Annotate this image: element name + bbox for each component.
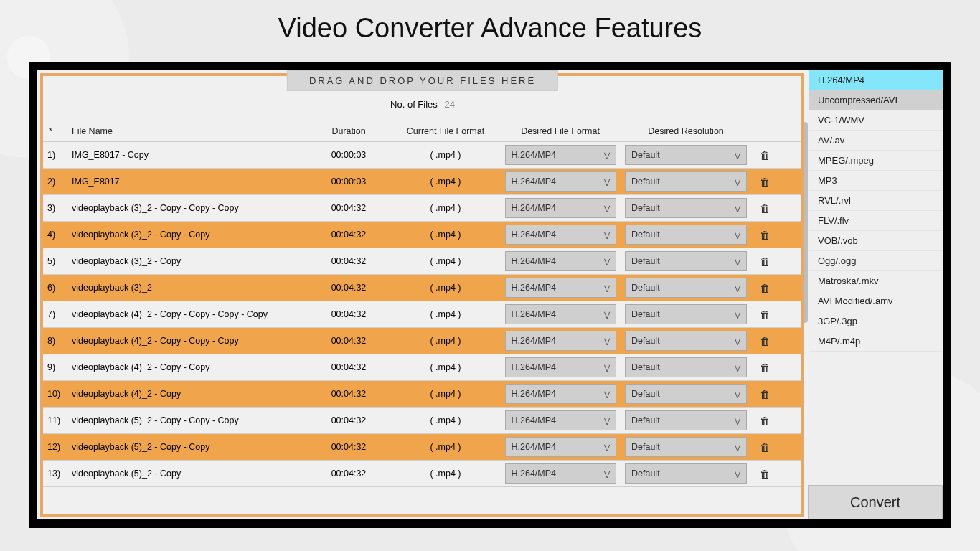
format-option[interactable]: 3GP/.3gp <box>809 311 943 331</box>
desired-format-select[interactable]: H.264/MP4 ⋁ <box>505 410 616 430</box>
row-duration: 00:04:32 <box>306 415 392 425</box>
select-value: H.264/MP4 <box>512 336 557 346</box>
desired-resolution-select[interactable]: Default ⋁ <box>625 145 747 165</box>
delete-icon[interactable]: 🗑 <box>760 415 771 427</box>
desired-resolution-select[interactable]: Default ⋁ <box>625 410 747 430</box>
format-option[interactable]: VC-1/WMV <box>809 110 943 131</box>
row-index: 10) <box>43 389 69 399</box>
desired-format-select[interactable]: H.264/MP4 ⋁ <box>505 437 616 457</box>
page-title: Video Converter Advance Features <box>0 13 980 44</box>
desired-format-select[interactable]: H.264/MP4 ⋁ <box>505 198 616 218</box>
desired-resolution-select[interactable]: Default ⋁ <box>625 384 747 404</box>
row-current-format: ( .mp4 ) <box>392 336 499 346</box>
desired-format-select[interactable]: H.264/MP4 ⋁ <box>505 251 616 271</box>
delete-icon[interactable]: 🗑 <box>760 441 771 453</box>
delete-icon[interactable]: 🗑 <box>760 335 771 347</box>
format-option[interactable]: MPEG/.mpeg <box>809 151 943 171</box>
convert-button[interactable]: Convert <box>808 485 943 519</box>
table-row[interactable]: 10) videoplayback (4)_2 - Copy 00:04:32 … <box>43 381 801 408</box>
table-row[interactable]: 9) videoplayback (4)_2 - Copy - Copy 00:… <box>43 354 801 381</box>
row-index: 12) <box>43 442 69 452</box>
format-option[interactable]: MP3 <box>809 171 943 191</box>
row-index: 5) <box>43 256 69 266</box>
main-panel: DRAG AND DROP YOUR FILES HERE No. of Fil… <box>37 70 808 519</box>
desired-resolution-select[interactable]: Default ⋁ <box>625 463 747 484</box>
chevron-down-icon: ⋁ <box>604 231 610 239</box>
desired-resolution-select[interactable]: Default ⋁ <box>625 304 747 324</box>
chevron-down-icon: ⋁ <box>735 443 740 451</box>
delete-icon[interactable]: 🗑 <box>760 229 771 241</box>
table-row[interactable]: 6) videoplayback (3)_2 00:04:32 ( .mp4 )… <box>43 275 801 301</box>
row-index: 4) <box>43 230 69 240</box>
chevron-down-icon: ⋁ <box>735 204 740 212</box>
format-option[interactable]: Uncompressed/AVI <box>809 90 943 110</box>
table-row[interactable]: 12) videoplayback (5)_2 - Copy - Copy 00… <box>43 434 801 461</box>
desired-format-select[interactable]: H.264/MP4 ⋁ <box>505 331 616 351</box>
row-index: 1) <box>43 150 69 160</box>
scrollbar-thumb[interactable] <box>802 122 808 323</box>
chevron-down-icon: ⋁ <box>735 311 740 319</box>
chevron-down-icon: ⋁ <box>604 258 610 265</box>
desired-format-select[interactable]: H.264/MP4 ⋁ <box>505 357 616 377</box>
desired-format-select[interactable]: H.264/MP4 ⋁ <box>505 304 616 324</box>
desired-resolution-select[interactable]: Default ⋁ <box>625 225 747 245</box>
desired-resolution-select[interactable]: Default ⋁ <box>625 251 747 271</box>
table-row[interactable]: 13) videoplayback (5)_2 - Copy 00:04:32 … <box>43 461 801 487</box>
format-option[interactable]: AVI Modified/.amv <box>809 291 943 311</box>
desired-format-select[interactable]: H.264/MP4 ⋁ <box>505 145 616 165</box>
table-row[interactable]: 5) videoplayback (3)_2 - Copy 00:04:32 (… <box>43 248 801 275</box>
desired-format-select[interactable]: H.264/MP4 ⋁ <box>505 171 616 192</box>
row-filename: IMG_E8017 - Copy <box>69 150 306 160</box>
table-row[interactable]: 3) videoplayback (3)_2 - Copy - Copy - C… <box>43 195 801 222</box>
format-list[interactable]: H.264/MP4Uncompressed/AVIVC-1/WMVAV/.avM… <box>809 70 943 352</box>
select-value: H.264/MP4 <box>512 362 557 372</box>
select-value: H.264/MP4 <box>512 415 557 425</box>
delete-icon[interactable]: 🗑 <box>760 468 771 480</box>
format-option[interactable]: H.264/MP4 <box>809 70 943 90</box>
desired-format-select[interactable]: H.264/MP4 ⋁ <box>505 384 616 404</box>
desired-resolution-select[interactable]: Default ⋁ <box>625 331 747 351</box>
delete-icon[interactable]: 🗑 <box>760 362 771 374</box>
delete-icon[interactable]: 🗑 <box>760 309 771 321</box>
table-row[interactable]: 2) IMG_E8017 00:00:03 ( .mp4 ) H.264/MP4… <box>43 169 801 195</box>
desired-format-select[interactable]: H.264/MP4 ⋁ <box>505 278 616 298</box>
desired-resolution-select[interactable]: Default ⋁ <box>625 171 747 192</box>
delete-icon[interactable]: 🗑 <box>760 255 771 268</box>
desired-resolution-select[interactable]: Default ⋁ <box>625 357 747 377</box>
drop-banner[interactable]: DRAG AND DROP YOUR FILES HERE <box>287 70 558 91</box>
format-option[interactable]: FLV/.flv <box>809 211 943 231</box>
row-duration: 00:04:32 <box>306 256 392 266</box>
delete-icon[interactable]: 🗑 <box>760 176 771 188</box>
delete-icon[interactable]: 🗑 <box>760 149 771 161</box>
format-option[interactable]: AV/.av <box>809 131 943 151</box>
format-option[interactable]: M4P/.m4p <box>809 331 943 352</box>
select-value: Default <box>631 468 660 479</box>
table-row[interactable]: 11) videoplayback (5)_2 - Copy - Copy - … <box>43 408 801 434</box>
desired-resolution-select[interactable]: Default ⋁ <box>625 278 747 298</box>
format-option[interactable]: Matroska/.mkv <box>809 271 943 291</box>
desired-format-select[interactable]: H.264/MP4 ⋁ <box>505 463 616 484</box>
row-current-format: ( .mp4 ) <box>392 442 499 452</box>
desired-format-select[interactable]: H.264/MP4 ⋁ <box>505 225 616 245</box>
chevron-down-icon: ⋁ <box>604 311 610 319</box>
row-index: 9) <box>43 362 69 372</box>
chevron-down-icon: ⋁ <box>735 284 740 292</box>
format-option[interactable]: Ogg/.ogg <box>809 251 943 271</box>
select-value: H.264/MP4 <box>512 309 557 319</box>
table-row[interactable]: 1) IMG_E8017 - Copy 00:00:03 ( .mp4 ) H.… <box>43 142 801 169</box>
table-row[interactable]: 4) videoplayback (3)_2 - Copy - Copy 00:… <box>43 222 801 248</box>
desired-resolution-select[interactable]: Default ⋁ <box>625 198 747 218</box>
chevron-down-icon: ⋁ <box>604 204 610 212</box>
delete-icon[interactable]: 🗑 <box>760 388 771 400</box>
app-frame: DRAG AND DROP YOUR FILES HERE No. of Fil… <box>29 62 951 528</box>
format-option[interactable]: VOB/.vob <box>809 231 943 251</box>
row-current-format: ( .mp4 ) <box>392 230 499 240</box>
desired-resolution-select[interactable]: Default ⋁ <box>625 437 747 457</box>
delete-icon[interactable]: 🗑 <box>760 282 771 294</box>
table-row[interactable]: 8) videoplayback (4)_2 - Copy - Copy - C… <box>43 328 801 354</box>
format-option[interactable]: RVL/.rvl <box>809 191 943 211</box>
row-index: 7) <box>43 309 69 319</box>
delete-icon[interactable]: 🗑 <box>760 202 771 215</box>
table-row[interactable]: 7) videoplayback (4)_2 - Copy - Copy - C… <box>43 301 801 328</box>
select-value: Default <box>631 256 660 266</box>
